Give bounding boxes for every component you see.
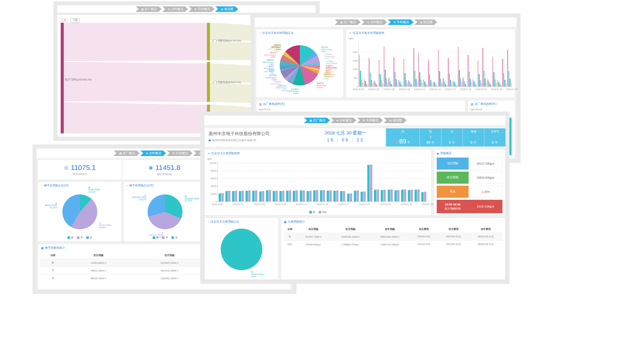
legend-label: 电: [313, 210, 315, 214]
legend-item-谷[interactable]: 谷: [171, 236, 177, 239]
tab-plant-overview[interactable]: ▦总厂概况: [114, 150, 140, 156]
legend-item-电[interactable]: 电: [309, 210, 315, 214]
legend-item-平[interactable]: 平: [77, 236, 83, 239]
next-page-button[interactable]: 下页: [70, 18, 79, 23]
legend-item-峰[interactable]: 峰: [67, 236, 73, 239]
table-cell: 50928.64kgce: [296, 241, 331, 248]
bar-group: [378, 60, 383, 86]
tab-time-overview[interactable]: ⇆分时概况: [140, 150, 166, 156]
bar-防焊车间: [474, 81, 475, 86]
tab-label: 分时概况: [171, 6, 183, 12]
bar-防焊车间: [360, 71, 361, 86]
time-overview-icon: ⇆: [367, 19, 369, 25]
bar-group: [387, 189, 393, 201]
legend-item-谷[interactable]: 谷: [86, 236, 92, 239]
bar-电镀车间: [448, 58, 449, 86]
bar-group: [326, 190, 333, 201]
bar-钻孔车间: [401, 84, 402, 86]
line-chart-icon: ↗: [207, 152, 210, 155]
bar-综合: [411, 190, 413, 201]
bar-group: [418, 53, 423, 86]
category-pie-label: 电 1006271.9kgce 100%: [251, 271, 265, 278]
tab-label: 分时概况: [339, 118, 352, 123]
bar-钻孔车间: [406, 80, 407, 86]
tab-workshop-overview[interactable]: ⚙车间概况: [388, 19, 414, 25]
bar-group: [245, 190, 252, 201]
tab-plant-overview[interactable]: ▦总厂概况: [335, 19, 361, 25]
bar-电: [232, 191, 234, 202]
bar-钻孔车间: [361, 79, 362, 86]
pie-slice-label: 褪膜车间19984.64kgce4.38%: [262, 59, 274, 66]
bar-电镀车间: [413, 48, 414, 86]
tab-energy-flow[interactable]: ▤能流图: [383, 118, 407, 123]
legend-label: 综合: [322, 210, 327, 214]
tab-time-overview[interactable]: ⇆分时概况: [162, 6, 188, 12]
table-cell: 94831065.45kW·h: [370, 233, 410, 241]
bar-电镀车间: [453, 80, 454, 86]
bar-压合车间: [367, 85, 368, 86]
tab-energy-flow[interactable]: ▤能流图: [414, 19, 437, 25]
bar-综合: [329, 190, 332, 201]
bar-钻孔车间: [391, 84, 392, 86]
bar-防焊车间: [508, 71, 509, 86]
tab-plant-overview[interactable]: ▦总厂概况: [304, 118, 330, 123]
legend-item-综合[interactable]: 综合: [319, 210, 327, 214]
bar-group: [393, 190, 400, 201]
pie-slice-label: 峰24452.8kWh11.51%: [88, 187, 101, 193]
meter-label: 水: [451, 130, 453, 133]
y-tick-label: 40000: [211, 185, 217, 187]
tab-time-overview[interactable]: ⇆分时概况: [361, 19, 387, 25]
bar-电: [259, 191, 262, 201]
tab-energy-flow[interactable]: ▤能流图: [215, 6, 238, 12]
meter-value: 0 个: [492, 140, 498, 145]
tab-bar: ▦总厂概况⇆分时概况⚙车间概况▤能流图: [255, 17, 517, 27]
legend-label: 谷: [175, 236, 177, 239]
sankey-source-label: 电(千瓦时)(257830.00): [65, 78, 92, 81]
y-tick-label: 1000: [353, 68, 358, 70]
tab-plant-overview[interactable]: ▦总厂概况: [136, 6, 162, 12]
table-icon: ▦: [284, 220, 286, 224]
tab-workshop-overview[interactable]: ⚙车间概况: [357, 118, 383, 123]
bar-电: [327, 191, 329, 201]
pie-slice-label: 电镀车间62181.5kgce13.61%: [316, 82, 327, 89]
bar-钻孔车间: [386, 78, 387, 86]
max-period-row: 15:00-16:00 最大用能时段 1415.41kgce: [437, 200, 502, 213]
bar-综合: [323, 190, 325, 201]
stat-label: 有功功率(kW): [73, 173, 87, 176]
grid-line: [218, 186, 427, 186]
bar-压合车间: [511, 83, 512, 86]
y-tick-label: 100000: [209, 162, 217, 164]
legend-item-峰[interactable]: 峰: [153, 236, 159, 239]
overview-row-value: 26504.84kgce: [469, 172, 502, 184]
bar-钻孔车间: [500, 84, 501, 86]
row-arrow: [469, 190, 470, 193]
bar-钻孔车间: [455, 84, 456, 86]
bar-压合车间: [501, 85, 502, 86]
prev-page-button[interactable]: 上页: [59, 18, 68, 23]
bar-group: [339, 191, 346, 202]
bar-防焊车间: [419, 72, 420, 86]
overview-row-当日用能: 当日用能26117.43kgce: [437, 158, 502, 170]
legend-item-平[interactable]: 平: [162, 236, 168, 239]
x-tick-label: 2018-07-05: [383, 88, 394, 90]
bar-综合: [248, 190, 251, 201]
bar-电镀车间: [458, 47, 459, 86]
bar-防焊车间: [370, 72, 371, 86]
bar-综合: [350, 193, 352, 201]
bar-group: [373, 81, 378, 86]
bar-钻孔车间: [426, 84, 427, 86]
category-trend-card: ↗过去31天分类用能趋势 kgce 1000008000060000400002…: [204, 149, 432, 216]
tab-workshop-overview[interactable]: ⚙车间概况: [167, 150, 193, 156]
sankey-target-node-1: [207, 23, 210, 60]
tab-time-overview[interactable]: ⇆分时概况: [331, 118, 357, 123]
energy-overview-rows: 当日用能26117.43kgce昨日同期26504.84kgce环比-1.46%: [434, 158, 505, 198]
table-cell: 414391.74kW·h: [296, 233, 331, 241]
pie-slice-label: 防焊车间44915.13kgce9.83%: [287, 88, 299, 95]
x-tick-label: 2018-07-05: [254, 203, 265, 205]
tab-workshop-overview[interactable]: ⚙车间概况: [189, 6, 214, 12]
sankey-source-node: [61, 23, 64, 133]
table-cell: 58539196.31元: [469, 233, 502, 241]
overview-row-昨日同期: 昨日同期26504.84kgce: [437, 172, 502, 184]
bar-防焊车间: [405, 73, 406, 86]
bar-电镀车间: [388, 78, 389, 86]
